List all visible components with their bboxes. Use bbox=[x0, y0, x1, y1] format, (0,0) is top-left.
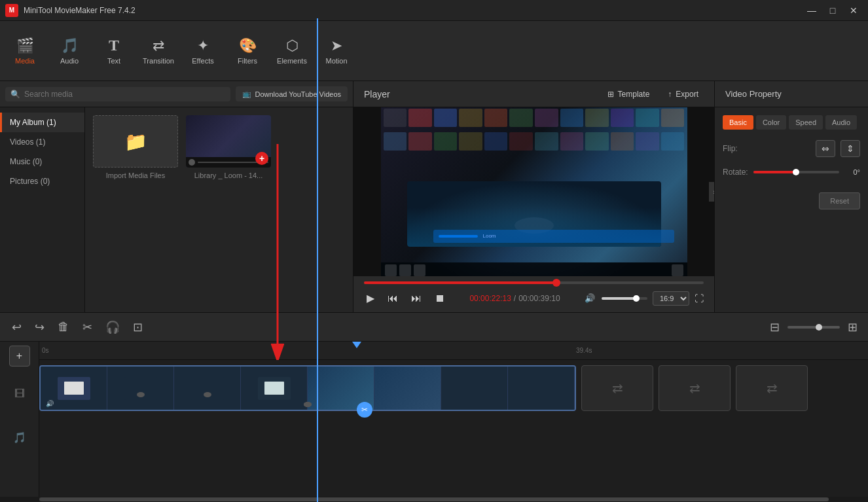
app-logo: M bbox=[5, 4, 18, 17]
export-button[interactable]: ↑ Export bbox=[662, 87, 704, 101]
sidebar-item-myalbum[interactable]: My Album (1) bbox=[0, 113, 84, 132]
cut-button[interactable]: ✂ bbox=[79, 316, 96, 338]
track-content: 🔊 ✂ ⇄ ⇄ ⇄ bbox=[39, 365, 868, 411]
video-thumb[interactable]: + bbox=[186, 115, 271, 168]
left-panel: 🔍 📺 Download YouTube Videos My Album (1)… bbox=[0, 81, 353, 312]
flip-vertical-button[interactable]: ⇕ bbox=[841, 140, 860, 157]
scrollbar-thumb[interactable] bbox=[39, 497, 829, 501]
ruler-label-end: 39.4s bbox=[576, 347, 592, 354]
timeline-ruler: 0s 39.4s bbox=[39, 342, 868, 360]
content-area: 🔍 📺 Download YouTube Videos My Album (1)… bbox=[0, 81, 868, 312]
sidebar: My Album (1) Videos (1) Music (0) Pictur… bbox=[0, 107, 85, 312]
next-button[interactable]: ⏭ bbox=[408, 290, 424, 307]
controls-right: 🔊 16:9 ⛶ bbox=[582, 291, 704, 306]
undo-button[interactable]: ↩ bbox=[8, 316, 26, 338]
template-icon: ⊞ bbox=[607, 90, 614, 99]
rotate-row: Rotate: 0° bbox=[723, 168, 860, 177]
player-controls: ▶ ⏮ ⏭ ⏹ 00:00:22:13 / 00:00:39:10 bbox=[353, 276, 714, 312]
toolbar-item-motion[interactable]: ➤ Motion bbox=[314, 25, 359, 77]
fullscreen-button[interactable]: ⛶ bbox=[695, 293, 704, 304]
taskbar-icon bbox=[672, 264, 683, 276]
horizontal-scrollbar[interactable] bbox=[0, 497, 868, 502]
zoom-thumb[interactable] bbox=[816, 324, 822, 331]
effects-icon: ✦ bbox=[197, 37, 209, 54]
audio-detach-button[interactable]: 🎧 bbox=[101, 316, 124, 338]
play-button[interactable]: ▶ bbox=[364, 289, 377, 307]
tab-audio[interactable]: Audio bbox=[825, 115, 857, 130]
rotate-slider-thumb[interactable] bbox=[793, 169, 799, 175]
prev-button[interactable]: ⏮ bbox=[385, 290, 401, 307]
bottom-area: ↩ ↪ 🗑 ✂ 🎧 ⊡ ⊟ ⊞ + 🎞 🎵 bbox=[0, 312, 868, 502]
properties-content: Basic Color Speed Audio Flip: ⇔ ⇕ bbox=[715, 107, 868, 312]
sidebar-item-videos[interactable]: Videos (1) bbox=[0, 132, 84, 152]
search-input-wrap[interactable]: 🔍 bbox=[5, 87, 230, 101]
tab-speed[interactable]: Speed bbox=[789, 115, 823, 130]
toolbar-label-motion: Motion bbox=[325, 57, 347, 65]
toolbar-item-media[interactable]: 🎬 Media bbox=[3, 25, 47, 77]
tab-color[interactable]: Color bbox=[756, 115, 786, 130]
panel-expand-btn[interactable]: › bbox=[709, 182, 714, 202]
stop-button[interactable]: ⏹ bbox=[432, 290, 448, 307]
media-item-video[interactable]: + Library _ Loom - 14... bbox=[186, 115, 271, 179]
transition-cell-3[interactable]: ⇄ bbox=[736, 365, 808, 411]
rotate-slider[interactable] bbox=[753, 171, 839, 173]
volume-fill bbox=[602, 297, 636, 300]
delete-button[interactable]: 🗑 bbox=[54, 316, 73, 338]
app-title: MiniTool MovieMaker Free 7.4.2 bbox=[24, 6, 136, 15]
flip-row: Flip: ⇔ ⇕ bbox=[723, 140, 860, 157]
progress-thumb[interactable] bbox=[552, 279, 560, 287]
properties-tabs: Basic Color Speed Audio bbox=[723, 115, 860, 130]
import-thumb[interactable]: 📁 bbox=[93, 115, 178, 168]
main-layout: 🎬 Media 🎵 Audio T Text ⇄ Transition ✦ Ef… bbox=[0, 21, 868, 502]
redo-button[interactable]: ↪ bbox=[31, 316, 48, 338]
ruler-label-start: 0s bbox=[42, 347, 49, 354]
transition-icon: ⇄ bbox=[153, 37, 164, 54]
zoom-out-button[interactable]: ⊟ bbox=[767, 317, 782, 337]
toolbar-item-audio[interactable]: 🎵 Audio bbox=[47, 25, 92, 77]
controls-row: ▶ ⏮ ⏭ ⏹ 00:00:22:13 / 00:00:39:10 bbox=[364, 289, 704, 307]
toolbar-item-text[interactable]: T Text bbox=[92, 25, 136, 77]
transition-cell-2[interactable]: ⇄ bbox=[659, 365, 731, 411]
playhead-marker bbox=[352, 342, 361, 348]
sidebar-item-music[interactable]: Music (0) bbox=[0, 152, 84, 171]
toolbar-label-elements: Elements bbox=[277, 57, 307, 65]
zoom-slider[interactable] bbox=[787, 326, 840, 329]
volume-bar[interactable] bbox=[602, 297, 647, 300]
properties-panel: Video Property Basic Color Speed Audio F… bbox=[714, 81, 868, 312]
video-track[interactable]: 🔊 ✂ ⇄ ⇄ ⇄ bbox=[39, 365, 868, 418]
toolbar-item-transition[interactable]: ⇄ Transition bbox=[136, 25, 181, 77]
import-label: Import Media Files bbox=[106, 171, 165, 179]
tab-basic[interactable]: Basic bbox=[723, 115, 753, 130]
clip-frame-4 bbox=[241, 367, 308, 410]
download-youtube-button[interactable]: 📺 Download YouTube Videos bbox=[236, 86, 348, 101]
sidebar-item-pictures[interactable]: Pictures (0) bbox=[0, 171, 84, 191]
aspect-ratio-select[interactable]: 16:9 bbox=[653, 291, 689, 306]
media-grid: 📁 Import Media Files bbox=[85, 107, 353, 312]
crop-button[interactable]: ⊡ bbox=[129, 316, 147, 338]
toolbar-item-filters[interactable]: 🎨 Filters bbox=[225, 25, 270, 77]
minimize-button[interactable]: — bbox=[803, 3, 821, 18]
volume-button[interactable]: 🔊 bbox=[582, 291, 598, 306]
add-to-timeline-button[interactable]: + bbox=[255, 152, 268, 165]
toolbar-item-effects[interactable]: ✦ Effects bbox=[181, 25, 225, 77]
video-clip[interactable]: 🔊 bbox=[39, 365, 576, 411]
flip-horizontal-button[interactable]: ⇔ bbox=[816, 140, 835, 157]
toolbar-item-elements[interactable]: ⬡ Elements bbox=[270, 25, 314, 77]
close-button[interactable]: ✕ bbox=[844, 3, 863, 18]
toolbar: 🎬 Media 🎵 Audio T Text ⇄ Transition ✦ Ef… bbox=[0, 21, 868, 81]
clip-frame-3 bbox=[174, 367, 241, 410]
volume-thumb[interactable] bbox=[633, 295, 640, 302]
scissors-marker: ✂ bbox=[357, 402, 372, 418]
player-video: Loom › bbox=[353, 107, 714, 276]
zoom-in-button[interactable]: ⊞ bbox=[845, 317, 860, 337]
media-item-import[interactable]: 📁 Import Media Files bbox=[93, 115, 178, 179]
transition-cell-1[interactable]: ⇄ bbox=[581, 365, 653, 411]
add-track-button[interactable]: + bbox=[9, 346, 30, 367]
search-input[interactable] bbox=[24, 90, 225, 99]
text-icon: T bbox=[109, 37, 119, 54]
maximize-button[interactable]: □ bbox=[823, 3, 842, 18]
progress-bar[interactable] bbox=[364, 281, 704, 284]
progress-fill bbox=[364, 281, 556, 284]
reset-button[interactable]: Reset bbox=[819, 192, 860, 209]
template-button[interactable]: ⊞ Template bbox=[602, 87, 655, 101]
